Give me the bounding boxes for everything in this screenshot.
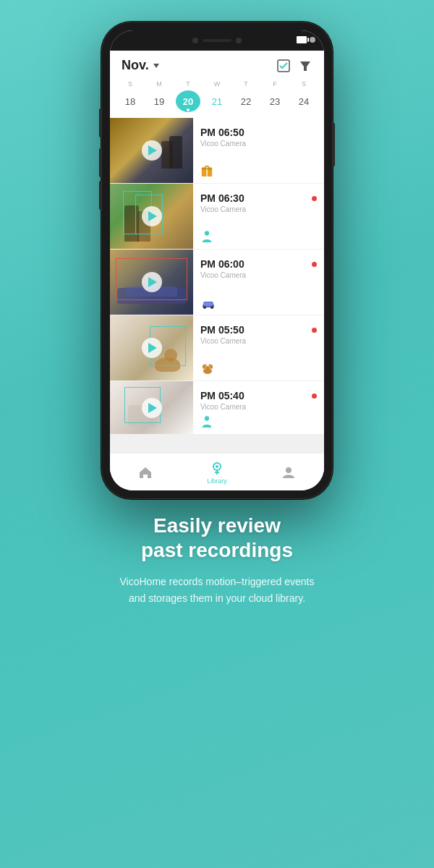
- tagline-line1: Easily review: [153, 514, 281, 537]
- sub-text: VicoHome records motion–triggered events…: [120, 574, 315, 606]
- nav-home[interactable]: [110, 464, 182, 480]
- front-sensor: [236, 38, 242, 43]
- svg-point-8: [203, 306, 206, 309]
- nav-profile[interactable]: [252, 464, 324, 480]
- thumbnail-1: [110, 118, 193, 183]
- checklist-button[interactable]: [276, 59, 291, 73]
- rec-time-4: PM 05:50: [200, 324, 244, 336]
- recording-list: PM 06:50 Vicoo Camera: [110, 118, 324, 453]
- day-letter-thu: T: [234, 80, 258, 88]
- svg-marker-1: [300, 61, 310, 71]
- nav-library[interactable]: Library: [182, 460, 253, 485]
- calendar-dates-row: 18 19 20 21 22 23 24: [116, 90, 318, 112]
- alert-dot-3: [312, 262, 317, 267]
- recording-item-2[interactable]: PM 06:30 Vicoo Camera: [110, 184, 324, 249]
- cal-date-22[interactable]: 22: [234, 90, 258, 112]
- cal-date-24[interactable]: 24: [292, 90, 316, 112]
- recording-item-1[interactable]: PM 06:50 Vicoo Camera: [110, 118, 324, 183]
- text-section: Easily review past recordings VicoHome r…: [98, 514, 336, 606]
- play-triangle-3: [148, 277, 157, 287]
- library-label: Library: [207, 477, 227, 485]
- rec-time-1: PM 06:50: [200, 127, 244, 138]
- svg-point-16: [205, 416, 209, 420]
- signal-dot: [310, 37, 315, 43]
- svg-point-14: [205, 365, 207, 367]
- header-title[interactable]: Nov.: [122, 58, 159, 73]
- app-content: Nov.: [110, 51, 324, 490]
- rec-tag-3: [200, 299, 317, 309]
- svg-point-6: [205, 231, 209, 235]
- thumbnail-5: [110, 381, 193, 434]
- time-row-4: PM 05:50: [200, 324, 317, 336]
- cal-date-21[interactable]: 21: [205, 90, 229, 112]
- cal-date-20[interactable]: 20: [176, 90, 200, 112]
- battery-icon: [297, 36, 307, 43]
- phone-screen: Nov.: [110, 30, 324, 490]
- recording-info-4: PM 05:50 Vicoo Camera: [193, 315, 324, 380]
- recording-info-2: PM 06:30 Vicoo Camera: [193, 184, 324, 249]
- rec-camera-2: Vicoo Camera: [200, 205, 317, 213]
- phone-shell: Nov.: [101, 22, 333, 499]
- cal-date-18[interactable]: 18: [118, 90, 142, 112]
- alert-dot-4: [312, 328, 317, 333]
- thumbnail-3: [110, 250, 193, 315]
- recording-info-5: PM 05:40 Vicoo Camera: [193, 381, 324, 434]
- svg-point-21: [286, 467, 292, 473]
- main-tagline: Easily review past recordings: [120, 514, 315, 562]
- play-button-2[interactable]: [142, 206, 162, 226]
- rec-tag-5: [200, 415, 317, 428]
- time-row-3: PM 06:00: [200, 258, 317, 270]
- day-letter-sun: S: [118, 80, 142, 88]
- front-camera: [192, 38, 198, 43]
- day-letter-tue: T: [176, 80, 200, 88]
- play-button-3[interactable]: [142, 272, 162, 292]
- play-triangle-1: [148, 145, 157, 156]
- rec-time-2: PM 06:30: [200, 192, 244, 204]
- day-letter-wed: W: [205, 80, 229, 88]
- phone-notch: [174, 34, 260, 47]
- app-header: Nov.: [110, 51, 324, 77]
- svg-point-9: [210, 306, 213, 309]
- svg-point-20: [216, 465, 218, 468]
- play-button-1[interactable]: [142, 140, 162, 161]
- calendar-strip: S M T W T F S 18 19 20 21 22 23: [110, 77, 324, 118]
- svg-rect-7: [204, 302, 213, 306]
- day-letter-sat: S: [292, 80, 316, 88]
- person-icon-5: [200, 415, 213, 428]
- month-dropdown-arrow[interactable]: [153, 64, 159, 68]
- play-triangle-2: [148, 211, 157, 221]
- earpiece-speaker: [203, 39, 231, 42]
- play-button-5[interactable]: [142, 398, 162, 418]
- rec-time-3: PM 06:00: [200, 258, 244, 270]
- pet-icon: [200, 363, 215, 375]
- rec-camera-4: Vicoo Camera: [200, 337, 317, 345]
- play-button-4[interactable]: [142, 338, 162, 358]
- rec-tag-1: [200, 164, 317, 177]
- recording-info-3: PM 06:00 Vicoo Camera: [193, 250, 324, 315]
- time-row-2: PM 06:30: [200, 192, 317, 204]
- day-letters-row: S M T W T F S: [116, 80, 318, 88]
- recording-item-3[interactable]: PM 06:00 Vicoo Camera: [110, 250, 324, 315]
- month-label: Nov.: [122, 58, 149, 73]
- car-icon: [200, 299, 216, 309]
- package-icon: [200, 164, 213, 177]
- rec-tag-2: [200, 230, 317, 243]
- recording-item-5[interactable]: PM 05:40 Vicoo Camera: [110, 381, 324, 434]
- phone-mockup: Nov.: [101, 22, 333, 499]
- header-actions: [276, 59, 312, 73]
- alert-dot-2: [312, 196, 317, 201]
- play-triangle-5: [148, 403, 157, 413]
- tagline-line2: past recordings: [141, 539, 293, 561]
- cal-date-23[interactable]: 23: [263, 90, 287, 112]
- recording-item-4[interactable]: PM 05:50 Vicoo Camera: [110, 315, 324, 380]
- rec-camera-3: Vicoo Camera: [200, 271, 317, 279]
- home-icon: [137, 464, 153, 480]
- svg-point-11: [205, 366, 210, 370]
- day-letter-mon: M: [147, 80, 171, 88]
- filter-button[interactable]: [298, 59, 312, 73]
- play-triangle-4: [148, 343, 157, 353]
- cal-date-19[interactable]: 19: [147, 90, 171, 112]
- profile-icon: [281, 464, 297, 480]
- thumbnail-4: [110, 315, 193, 380]
- bottom-nav: Library: [110, 453, 324, 490]
